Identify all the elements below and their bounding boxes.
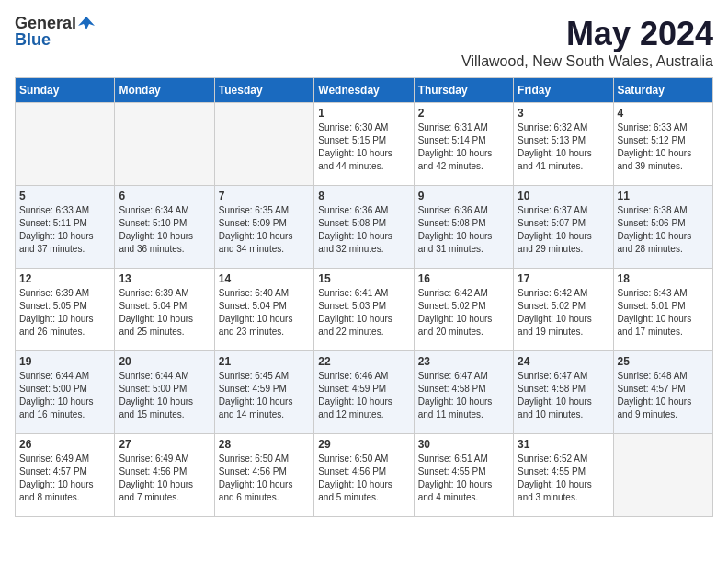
calendar-cell: [613, 434, 712, 517]
day-info: Sunrise: 6:36 AMSunset: 5:08 PMDaylight:…: [318, 204, 409, 256]
calendar-cell: 3Sunrise: 6:32 AMSunset: 5:13 PMDaylight…: [514, 103, 613, 186]
day-info: Sunrise: 6:36 AMSunset: 5:08 PMDaylight:…: [418, 204, 509, 256]
day-number: 24: [518, 355, 609, 368]
day-number: 5: [19, 190, 110, 202]
calendar-cell: 13Sunrise: 6:39 AMSunset: 5:04 PMDayligh…: [115, 269, 214, 351]
calendar-cell: 27Sunrise: 6:49 AMSunset: 4:56 PMDayligh…: [115, 434, 214, 517]
calendar-cell: 16Sunrise: 6:42 AMSunset: 5:02 PMDayligh…: [414, 269, 513, 351]
day-info: Sunrise: 6:48 AMSunset: 4:57 PMDaylight:…: [618, 370, 709, 421]
calendar-cell: 21Sunrise: 6:45 AMSunset: 4:59 PMDayligh…: [214, 351, 313, 434]
day-number: 18: [618, 272, 709, 285]
calendar-cell: 24Sunrise: 6:47 AMSunset: 4:58 PMDayligh…: [514, 351, 613, 434]
calendar-cell: 20Sunrise: 6:44 AMSunset: 5:00 PMDayligh…: [115, 351, 214, 434]
day-info: Sunrise: 6:35 AMSunset: 5:09 PMDaylight:…: [219, 204, 310, 256]
day-number: 22: [318, 355, 409, 368]
calendar-table: SundayMondayTuesdayWednesdayThursdayFrid…: [15, 77, 713, 517]
month-title: May 2024: [461, 15, 713, 53]
calendar-cell: 4Sunrise: 6:33 AMSunset: 5:12 PMDaylight…: [613, 103, 712, 186]
day-number: 4: [618, 107, 709, 120]
day-info: Sunrise: 6:52 AMSunset: 4:55 PMDaylight:…: [518, 453, 609, 504]
day-number: 17: [518, 272, 609, 285]
day-info: Sunrise: 6:50 AMSunset: 4:56 PMDaylight:…: [318, 453, 409, 504]
calendar-week-row: 1Sunrise: 6:30 AMSunset: 5:15 PMDaylight…: [16, 103, 713, 186]
day-number: 2: [418, 107, 509, 120]
day-info: Sunrise: 6:47 AMSunset: 4:58 PMDaylight:…: [418, 370, 509, 421]
calendar-week-row: 12Sunrise: 6:39 AMSunset: 5:05 PMDayligh…: [16, 269, 713, 351]
day-number: 25: [618, 355, 709, 368]
day-info: Sunrise: 6:44 AMSunset: 5:00 PMDaylight:…: [119, 370, 210, 421]
calendar-week-row: 19Sunrise: 6:44 AMSunset: 5:00 PMDayligh…: [16, 351, 713, 434]
day-number: 3: [518, 107, 609, 120]
day-info: Sunrise: 6:40 AMSunset: 5:04 PMDaylight:…: [219, 287, 310, 339]
calendar-cell: 19Sunrise: 6:44 AMSunset: 5:00 PMDayligh…: [16, 351, 115, 434]
day-info: Sunrise: 6:39 AMSunset: 5:05 PMDaylight:…: [19, 287, 110, 339]
logo-general: General: [15, 15, 76, 31]
day-number: 11: [618, 190, 709, 202]
day-number: 12: [19, 272, 110, 285]
day-number: 19: [19, 355, 110, 368]
day-info: Sunrise: 6:44 AMSunset: 5:00 PMDaylight:…: [19, 370, 110, 421]
calendar-cell: 28Sunrise: 6:50 AMSunset: 4:56 PMDayligh…: [214, 434, 313, 517]
weekday-header-saturday: Saturday: [613, 78, 712, 103]
day-info: Sunrise: 6:37 AMSunset: 5:07 PMDaylight:…: [518, 204, 609, 256]
day-number: 8: [318, 190, 409, 202]
day-info: Sunrise: 6:43 AMSunset: 5:01 PMDaylight:…: [618, 287, 709, 339]
page-header: General Blue May 2024 Villawood, New Sou…: [15, 15, 713, 70]
day-info: Sunrise: 6:49 AMSunset: 4:57 PMDaylight:…: [19, 453, 110, 504]
calendar-cell: 1Sunrise: 6:30 AMSunset: 5:15 PMDaylight…: [314, 103, 414, 186]
calendar-cell: [16, 103, 115, 186]
weekday-header-monday: Monday: [115, 78, 214, 103]
weekday-header-sunday: Sunday: [16, 78, 115, 103]
day-info: Sunrise: 6:50 AMSunset: 4:56 PMDaylight:…: [219, 453, 310, 504]
day-number: 14: [219, 272, 310, 285]
calendar-cell: 29Sunrise: 6:50 AMSunset: 4:56 PMDayligh…: [314, 434, 414, 517]
calendar-cell: 9Sunrise: 6:36 AMSunset: 5:08 PMDaylight…: [414, 186, 513, 269]
day-info: Sunrise: 6:41 AMSunset: 5:03 PMDaylight:…: [318, 287, 409, 339]
calendar-cell: 31Sunrise: 6:52 AMSunset: 4:55 PMDayligh…: [514, 434, 613, 517]
day-number: 7: [219, 190, 310, 202]
day-info: Sunrise: 6:32 AMSunset: 5:13 PMDaylight:…: [518, 121, 609, 173]
weekday-header-friday: Friday: [514, 78, 613, 103]
day-info: Sunrise: 6:33 AMSunset: 5:11 PMDaylight:…: [19, 204, 110, 256]
calendar-cell: 5Sunrise: 6:33 AMSunset: 5:11 PMDaylight…: [16, 186, 115, 269]
calendar-cell: 8Sunrise: 6:36 AMSunset: 5:08 PMDaylight…: [314, 186, 414, 269]
day-number: 23: [418, 355, 509, 368]
day-info: Sunrise: 6:51 AMSunset: 4:55 PMDaylight:…: [418, 453, 509, 504]
day-info: Sunrise: 6:34 AMSunset: 5:10 PMDaylight:…: [119, 204, 210, 256]
calendar-cell: 14Sunrise: 6:40 AMSunset: 5:04 PMDayligh…: [214, 269, 313, 351]
calendar-week-row: 26Sunrise: 6:49 AMSunset: 4:57 PMDayligh…: [16, 434, 713, 517]
day-number: 13: [119, 272, 210, 285]
day-info: Sunrise: 6:39 AMSunset: 5:04 PMDaylight:…: [119, 287, 210, 339]
calendar-cell: 10Sunrise: 6:37 AMSunset: 5:07 PMDayligh…: [514, 186, 613, 269]
location: Villawood, New South Wales, Australia: [461, 53, 713, 70]
calendar-week-row: 5Sunrise: 6:33 AMSunset: 5:11 PMDaylight…: [16, 186, 713, 269]
day-info: Sunrise: 6:46 AMSunset: 4:59 PMDaylight:…: [318, 370, 409, 421]
weekday-header-tuesday: Tuesday: [214, 78, 313, 103]
calendar-cell: [214, 103, 313, 186]
day-info: Sunrise: 6:47 AMSunset: 4:58 PMDaylight:…: [518, 370, 609, 421]
day-info: Sunrise: 6:31 AMSunset: 5:14 PMDaylight:…: [418, 121, 509, 173]
logo-blue: Blue: [15, 31, 51, 48]
day-number: 29: [318, 438, 409, 451]
calendar-cell: 15Sunrise: 6:41 AMSunset: 5:03 PMDayligh…: [314, 269, 414, 351]
weekday-header-row: SundayMondayTuesdayWednesdayThursdayFrid…: [16, 78, 713, 103]
calendar-cell: 30Sunrise: 6:51 AMSunset: 4:55 PMDayligh…: [414, 434, 513, 517]
calendar-cell: 2Sunrise: 6:31 AMSunset: 5:14 PMDaylight…: [414, 103, 513, 186]
calendar-cell: 12Sunrise: 6:39 AMSunset: 5:05 PMDayligh…: [16, 269, 115, 351]
day-number: 28: [219, 438, 310, 451]
calendar-cell: [115, 103, 214, 186]
day-number: 21: [219, 355, 310, 368]
calendar-cell: 26Sunrise: 6:49 AMSunset: 4:57 PMDayligh…: [16, 434, 115, 517]
calendar-cell: 22Sunrise: 6:46 AMSunset: 4:59 PMDayligh…: [314, 351, 414, 434]
calendar-cell: 7Sunrise: 6:35 AMSunset: 5:09 PMDaylight…: [214, 186, 313, 269]
day-number: 1: [318, 107, 409, 120]
svg-marker-0: [78, 17, 95, 29]
logo: General Blue: [15, 15, 95, 48]
day-number: 9: [418, 190, 509, 202]
calendar-cell: 25Sunrise: 6:48 AMSunset: 4:57 PMDayligh…: [613, 351, 712, 434]
day-info: Sunrise: 6:33 AMSunset: 5:12 PMDaylight:…: [618, 121, 709, 173]
calendar-cell: 23Sunrise: 6:47 AMSunset: 4:58 PMDayligh…: [414, 351, 513, 434]
day-info: Sunrise: 6:42 AMSunset: 5:02 PMDaylight:…: [518, 287, 609, 339]
title-section: May 2024 Villawood, New South Wales, Aus…: [461, 15, 713, 70]
day-number: 10: [518, 190, 609, 202]
